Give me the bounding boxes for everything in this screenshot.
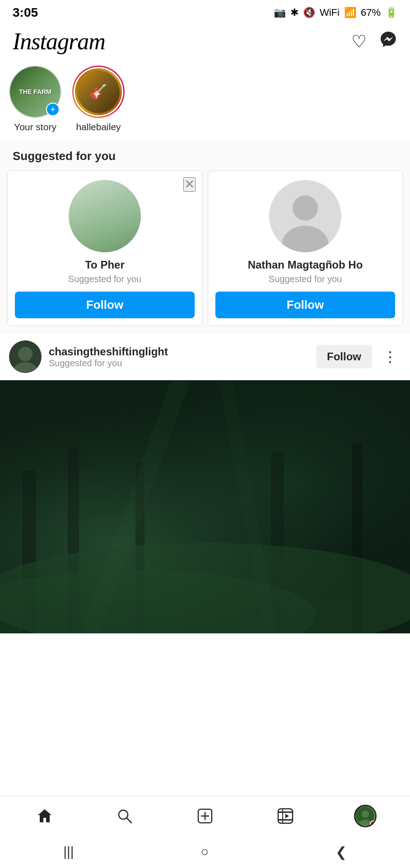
nathan-sub: Suggested for you — [269, 274, 342, 284]
nav-reels[interactable] — [245, 796, 326, 835]
svg-rect-18 — [23, 471, 36, 633]
svg-marker-36 — [285, 814, 289, 818]
post-author-avatar[interactable] — [9, 340, 42, 373]
status-icons: 📷 ✱ 🔇 WiFi 📶 67% 🔋 — [274, 7, 397, 19]
status-time: 3:05 — [13, 5, 38, 20]
svg-point-38 — [362, 811, 369, 818]
svg-point-13 — [18, 347, 33, 361]
to-pher-name: To Pher — [85, 259, 125, 271]
svg-rect-5 — [93, 209, 104, 230]
svg-rect-20 — [135, 462, 144, 633]
svg-rect-33 — [278, 811, 293, 813]
svg-rect-15 — [0, 380, 410, 633]
svg-rect-34 — [278, 819, 293, 821]
nav-profile[interactable] — [325, 796, 405, 835]
svg-line-25 — [90, 380, 181, 633]
header-action-icons: ♡ — [351, 30, 397, 52]
close-to-pher-button[interactable]: ✕ — [183, 177, 196, 192]
svg-point-27 — [119, 810, 128, 819]
nathan-avatar — [269, 180, 341, 252]
post-more-options-button[interactable]: ⋮ — [379, 348, 401, 365]
notifications-icon[interactable]: ♡ — [351, 32, 367, 52]
svg-rect-22 — [352, 443, 362, 633]
suggested-card-nathan: Nathan Magtagñob Ho Suggested for you Fo… — [208, 170, 403, 326]
add-story-button[interactable]: + — [46, 103, 60, 116]
post-username[interactable]: chasingtheshiftinglight — [49, 345, 309, 358]
post-suggested-label: Suggested for you — [49, 358, 309, 368]
to-pher-avatar — [69, 180, 141, 252]
follow-post-author-button[interactable]: Follow — [316, 345, 372, 368]
svg-line-28 — [127, 818, 131, 823]
home-icon — [37, 808, 53, 824]
svg-rect-1 — [69, 207, 141, 252]
follow-to-pher-button[interactable]: Follow — [15, 292, 195, 318]
svg-line-26 — [226, 380, 271, 633]
svg-point-10 — [293, 195, 318, 221]
bluetooth-icon: ✱ — [290, 7, 298, 19]
svg-point-23 — [0, 543, 410, 633]
status-bar: 3:05 📷 ✱ 🔇 WiFi 📶 67% 🔋 — [0, 0, 410, 24]
post-image — [0, 380, 410, 633]
svg-rect-2 — [69, 180, 141, 209]
svg-point-3 — [86, 192, 101, 208]
your-story-label: Your story — [14, 122, 56, 132]
to-pher-sub: Suggested for you — [68, 274, 141, 284]
story-item-hallebailey[interactable]: hallebailey — [72, 66, 125, 132]
battery-icon: 🔋 — [385, 7, 397, 19]
recents-button[interactable]: ||| — [63, 844, 74, 859]
bottom-navigation — [0, 796, 410, 835]
post-user-info: chasingtheshiftinglight Suggested for yo… — [49, 345, 309, 368]
profile-avatar-nav — [354, 805, 377, 827]
wifi-icon: WiFi — [320, 7, 340, 19]
battery-level: 67% — [361, 7, 381, 19]
app-logo: Instagram — [13, 28, 105, 55]
app-header: Instagram ♡ — [0, 24, 410, 61]
profile-notification-dot — [370, 821, 376, 827]
mute-icon: 🔇 — [303, 7, 315, 19]
post-header: chasingtheshiftinglight Suggested for yo… — [0, 333, 410, 380]
home-button[interactable]: ○ — [200, 844, 209, 859]
nathan-name: Nathan Magtagñob Ho — [248, 259, 363, 271]
back-button[interactable]: ❮ — [335, 844, 347, 860]
create-icon — [197, 808, 213, 824]
signal-icon: 📶 — [344, 7, 356, 19]
nav-home[interactable] — [5, 796, 85, 835]
suggested-cards-container: ✕ — [0, 170, 410, 333]
story-item-your-story[interactable]: THE FARM + Your story — [9, 66, 61, 132]
reels-icon — [277, 808, 294, 824]
suggested-section: Suggested for you ✕ — [0, 142, 410, 333]
svg-rect-8 — [108, 212, 114, 222]
svg-rect-16 — [0, 380, 410, 633]
search-icon — [116, 808, 133, 824]
hallebailey-label: hallebailey — [76, 122, 121, 132]
camera-icon: 📷 — [274, 7, 286, 19]
svg-point-24 — [0, 570, 316, 633]
svg-rect-7 — [108, 209, 124, 234]
svg-rect-21 — [271, 453, 284, 633]
svg-point-6 — [110, 194, 122, 209]
svg-rect-19 — [68, 448, 79, 633]
hallebailey-avatar — [75, 68, 122, 115]
svg-rect-4 — [84, 208, 102, 236]
suggested-title: Suggested for you — [0, 149, 410, 170]
system-navigation: ||| ○ ❮ — [0, 835, 410, 868]
suggested-card-to-pher: ✕ — [7, 170, 202, 326]
messenger-icon[interactable] — [379, 30, 397, 52]
post-container: chasingtheshiftinglight Suggested for yo… — [0, 333, 410, 633]
nav-create[interactable] — [165, 796, 245, 835]
nav-search[interactable] — [85, 796, 165, 835]
svg-rect-17 — [0, 380, 410, 633]
follow-nathan-button[interactable]: Follow — [215, 292, 395, 318]
stories-section: THE FARM + Your story hallebailey — [0, 61, 410, 142]
svg-point-0 — [69, 180, 141, 252]
